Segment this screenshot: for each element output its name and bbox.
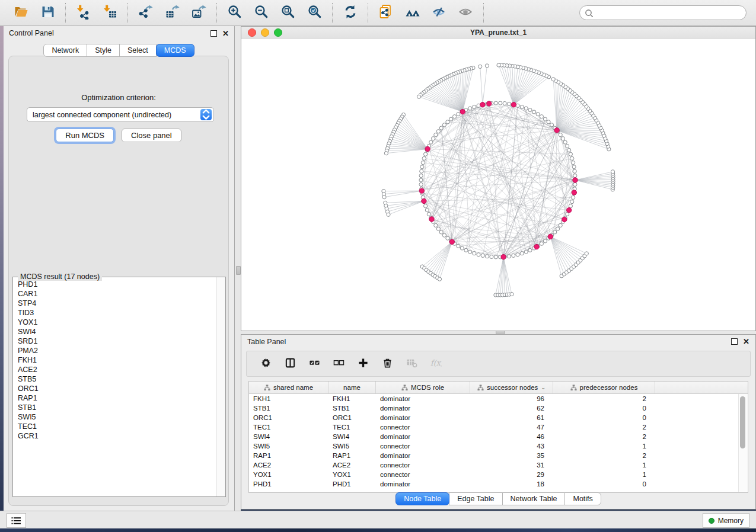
table-cell[interactable]: FKH1 — [328, 395, 376, 402]
task-history-button[interactable] — [7, 513, 26, 528]
tab-mcds[interactable]: MCDS — [156, 44, 194, 57]
column-header-name[interactable]: name — [328, 382, 376, 393]
table-cell[interactable]: 1 — [553, 471, 655, 478]
mcds-result-item[interactable]: SWI4 — [14, 327, 216, 336]
table-cell[interactable]: connector — [376, 443, 470, 450]
table-cell[interactable]: 0 — [553, 405, 655, 412]
mcds-result-item[interactable]: FKH1 — [14, 355, 216, 365]
table-cell[interactable]: TEC1 — [328, 424, 376, 431]
mcds-result-item[interactable]: ACE2 — [14, 365, 216, 374]
mcds-result-item[interactable]: RAP1 — [14, 393, 216, 403]
mcds-result-item[interactable]: STB5 — [14, 374, 216, 384]
table-row[interactable]: FKH1FKH1dominator962 — [249, 394, 748, 403]
table-row[interactable]: SWI5SWI5connector431 — [249, 441, 748, 451]
close-panel-button[interactable]: Close panel — [122, 129, 181, 142]
table-cell[interactable]: ACE2 — [328, 462, 376, 469]
close-panel-icon[interactable]: ✕ — [222, 31, 229, 36]
tab-select[interactable]: Select — [119, 44, 157, 57]
memory-button[interactable]: Memory — [703, 513, 749, 528]
table-cell[interactable]: SWI4 — [328, 433, 376, 440]
table-cell[interactable]: dominator — [376, 433, 470, 440]
tab-network-table[interactable]: Network Table — [502, 492, 566, 505]
table-cell[interactable]: STB1 — [328, 405, 376, 412]
table-cell[interactable]: 43 — [470, 443, 553, 450]
table-cell[interactable]: RAP1 — [328, 452, 376, 459]
table-cell[interactable]: SWI5 — [328, 443, 376, 450]
zoom-fit-button[interactable] — [280, 5, 296, 21]
column-header-MCDS-role[interactable]: MCDS role — [376, 382, 470, 393]
table-cell[interactable]: 47 — [470, 424, 553, 431]
table-cell[interactable]: 1 — [553, 443, 655, 450]
table-cell[interactable]: PHD1 — [249, 480, 328, 488]
table-cell[interactable]: 35 — [470, 452, 553, 459]
table-cell[interactable]: 62 — [470, 405, 553, 412]
vertical-split-divider[interactable] — [235, 26, 241, 511]
table-row[interactable]: SWI4SWI4dominator462 — [249, 432, 748, 441]
table-row[interactable]: YOX1YOX1connector291 — [249, 470, 748, 479]
table-scrollbar-thumb[interactable] — [740, 396, 745, 448]
maximize-window-icon[interactable] — [274, 28, 282, 37]
table-cell[interactable]: RAP1 — [249, 452, 328, 459]
table-cell[interactable]: FKH1 — [249, 395, 328, 402]
vertical-split-grip[interactable] — [236, 266, 241, 275]
table-cell[interactable]: 31 — [470, 462, 553, 469]
tab-node-table[interactable]: Node Table — [395, 492, 449, 505]
table-cell[interactable]: 2 — [553, 433, 655, 440]
mcds-result-item[interactable]: SWI5 — [14, 412, 216, 422]
table-cell[interactable]: ACE2 — [249, 462, 328, 469]
import-table-button[interactable] — [102, 5, 118, 21]
export-network-button[interactable] — [138, 5, 154, 21]
add-row-button[interactable] — [357, 358, 369, 370]
mcds-result-item[interactable]: PHD1 — [14, 280, 216, 289]
export-table-button[interactable] — [164, 5, 180, 21]
function-builder-button[interactable]: f(x) — [430, 358, 442, 370]
table-cell[interactable]: SWI4 — [249, 433, 328, 440]
mcds-result-item[interactable]: ORC1 — [14, 384, 216, 393]
zoom-in-button[interactable] — [227, 5, 243, 21]
table-cell[interactable]: 0 — [553, 414, 655, 421]
deselect-all-button[interactable] — [333, 358, 344, 370]
hide-graphics-button[interactable] — [431, 5, 447, 21]
binoculars-button[interactable] — [404, 5, 420, 21]
table-cell[interactable]: connector — [376, 471, 470, 478]
select-all-button[interactable] — [308, 358, 320, 370]
table-row[interactable]: TEC1TEC1connector472 — [249, 422, 748, 432]
float-panel-icon[interactable] — [210, 30, 217, 37]
table-cell[interactable]: 96 — [470, 395, 553, 402]
table-cell[interactable]: 2 — [553, 452, 655, 459]
network-graph-canvas[interactable] — [241, 38, 755, 331]
table-cell[interactable]: connector — [376, 424, 470, 431]
tab-motifs[interactable]: Motifs — [564, 492, 601, 505]
table-row[interactable]: PHD1PHD1dominator180 — [249, 479, 748, 489]
mcds-result-item[interactable]: GCR1 — [14, 431, 216, 441]
table-cell[interactable]: SWI5 — [249, 443, 328, 450]
gear-button[interactable] — [260, 358, 272, 370]
table-cell[interactable]: dominator — [376, 452, 470, 459]
import-network-button[interactable] — [75, 5, 91, 21]
column-header-shared-name[interactable]: shared name — [249, 382, 328, 393]
tab-network[interactable]: Network — [43, 44, 87, 57]
close-window-icon[interactable] — [248, 28, 256, 37]
table-cell[interactable]: PHD1 — [328, 480, 376, 488]
table-cell[interactable]: 18 — [470, 480, 553, 488]
save-session-button[interactable] — [40, 5, 56, 21]
document-share-button[interactable] — [378, 5, 394, 21]
tab-edge-table[interactable]: Edge Table — [449, 492, 502, 505]
float-table-panel-icon[interactable] — [731, 338, 738, 345]
table-cell[interactable]: ORC1 — [249, 414, 328, 421]
table-cell[interactable]: 2 — [553, 395, 655, 402]
close-table-panel-icon[interactable]: ✕ — [743, 339, 749, 344]
mcds-result-item[interactable]: YOX1 — [14, 318, 216, 327]
mcds-result-item[interactable]: PMA2 — [14, 346, 216, 355]
mcds-result-item[interactable]: CAR1 — [14, 289, 216, 299]
search-field[interactable] — [579, 5, 747, 20]
table-row[interactable]: STB1STB1dominator620 — [249, 403, 748, 413]
show-columns-button[interactable] — [284, 358, 296, 370]
table-cell[interactable]: STB1 — [249, 405, 328, 412]
column-header-successor-nodes[interactable]: successor nodes⌄ — [470, 382, 553, 393]
table-cell[interactable]: YOX1 — [328, 471, 376, 478]
table-cell[interactable]: 2 — [553, 424, 655, 431]
table-row[interactable]: ACE2ACE2connector311 — [249, 460, 748, 470]
minimize-window-icon[interactable] — [261, 28, 269, 37]
table-cell[interactable]: dominator — [376, 480, 470, 488]
